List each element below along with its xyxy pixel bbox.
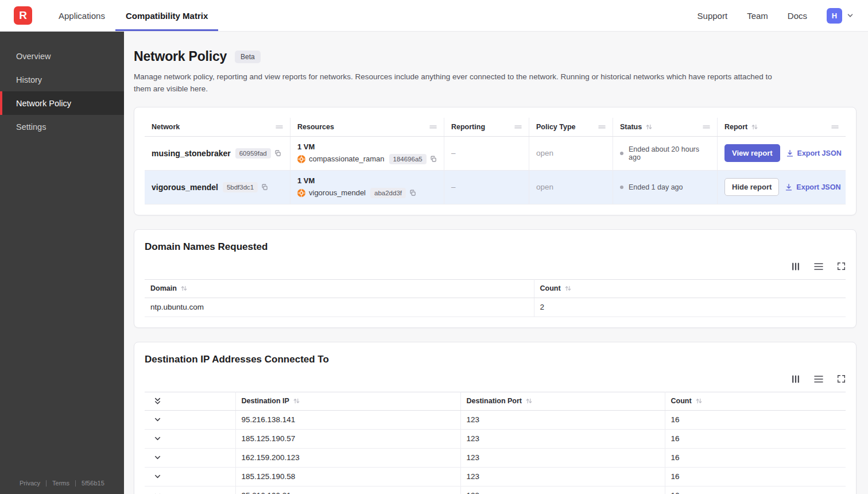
beta-badge: Beta — [235, 51, 261, 63]
expand-all-icon[interactable] — [150, 397, 230, 406]
columns-icon[interactable] — [791, 375, 800, 384]
sidebar-item-overview[interactable]: Overview — [0, 44, 124, 68]
column-label: Count — [671, 397, 692, 405]
app-logo[interactable]: R — [14, 6, 32, 25]
count-cell: 16 — [665, 448, 846, 467]
copy-icon[interactable] — [409, 190, 416, 196]
sidebar-item-network-policy[interactable]: Network Policy — [0, 91, 124, 115]
destination-ip-cell: 95.216.100.21 — [235, 486, 460, 494]
expand-icon[interactable] — [837, 262, 846, 271]
nav-link-docs[interactable]: Docs — [788, 11, 807, 21]
network-id-chip: 5bdf3dc1 — [223, 182, 258, 192]
rows-icon[interactable] — [814, 263, 823, 271]
user-menu[interactable]: H — [827, 8, 854, 24]
sort-icon — [525, 397, 533, 404]
footer-divider — [75, 480, 76, 487]
chevron-down-icon[interactable] — [846, 11, 854, 20]
domains-table: Domain Count n — [145, 279, 846, 317]
rows-icon[interactable] — [814, 375, 823, 383]
sidebar-item-history[interactable]: History — [0, 68, 124, 91]
column-handle-icon[interactable] — [831, 124, 839, 130]
export-json-button[interactable]: Export JSON — [786, 149, 842, 157]
sort-icon — [564, 285, 572, 292]
resources-cell: 1 VM vigorous_mendel aba2dd3f — [290, 171, 444, 204]
page-title: Network Policy — [134, 49, 227, 64]
network-id-chip: 60959fad — [235, 148, 271, 159]
column-header-destination-ip[interactable]: Destination IP — [235, 392, 460, 410]
column-header-reporting[interactable]: Reporting — [444, 118, 529, 136]
column-header-resources[interactable]: Resources — [290, 118, 444, 136]
count-cell: 16 — [665, 486, 846, 494]
nav-tab-label: Compatibility Matrix — [126, 11, 208, 21]
vm-resource-icon — [297, 155, 305, 163]
column-header-domain[interactable]: Domain — [145, 279, 534, 298]
column-label: Destination IP — [242, 397, 289, 405]
nav-link-team[interactable]: Team — [747, 11, 768, 21]
avatar[interactable]: H — [827, 8, 842, 24]
export-json-button[interactable]: Export JSON — [785, 183, 840, 191]
navbar-right: Support Team Docs H — [698, 0, 854, 31]
columns-icon[interactable] — [791, 262, 800, 271]
column-header-policy-type[interactable]: Policy Type — [529, 118, 613, 136]
resource-id-chip: aba2dd3f — [370, 188, 406, 198]
build-version: 5f56b15 — [82, 480, 104, 487]
row-expand-chevron-icon[interactable] — [150, 454, 230, 461]
network-name: vigorous_mendel — [152, 183, 218, 192]
resource-name: compassionate_raman — [309, 155, 385, 163]
network-name: musing_stonebraker — [152, 149, 231, 158]
column-label: Report — [724, 123, 747, 131]
download-icon — [785, 183, 793, 191]
column-handle-icon[interactable] — [276, 124, 283, 130]
terms-link[interactable]: Terms — [52, 480, 69, 487]
resource-name: vigorous_mendel — [309, 188, 366, 197]
expand-icon[interactable] — [837, 375, 846, 383]
vm-resource-icon — [297, 189, 305, 197]
destination-port-cell: 123 — [460, 486, 665, 494]
column-label: Status — [620, 123, 642, 131]
copy-icon[interactable] — [261, 184, 268, 191]
column-handle-icon[interactable] — [703, 124, 710, 130]
nav-tab-label: Applications — [59, 11, 105, 21]
policy-type-cell: open — [529, 137, 613, 170]
table-toolbar — [145, 262, 846, 271]
footer-divider — [46, 480, 46, 487]
column-header-status[interactable]: Status — [613, 118, 718, 136]
count-cell: 16 — [665, 429, 846, 448]
column-handle-icon[interactable] — [598, 124, 606, 130]
row-expand-chevron-icon[interactable] — [150, 416, 230, 423]
sort-icon — [293, 397, 300, 404]
nav-link-support[interactable]: Support — [698, 11, 728, 21]
hide-report-button[interactable]: Hide report — [724, 178, 779, 196]
resource-count: 1 VM — [297, 142, 315, 151]
row-expand-chevron-icon[interactable] — [150, 492, 230, 494]
status-cell: Ended about 20 hours ago — [613, 137, 718, 170]
column-label: Destination Port — [467, 397, 522, 405]
column-header-report[interactable]: Report — [718, 118, 846, 136]
copy-icon[interactable] — [430, 156, 437, 163]
table-toolbar — [145, 375, 846, 384]
nav-tab-applications[interactable]: Applications — [48, 0, 115, 31]
column-label: Count — [540, 284, 561, 292]
sidebar-item-settings[interactable]: Settings — [0, 115, 124, 138]
view-report-button[interactable]: View report — [724, 144, 780, 162]
networks-table-header: Network Resources Reporting Policy Type — [145, 118, 846, 137]
sidebar-footer: Privacy Terms 5f56b15 — [0, 472, 124, 494]
network-cell: vigorous_mendel 5bdf3dc1 — [145, 171, 290, 204]
row-expand-chevron-icon[interactable] — [150, 435, 230, 442]
resource-count: 1 VM — [297, 176, 315, 185]
sort-icon — [645, 124, 653, 130]
sort-icon — [180, 285, 188, 292]
column-header-destination-port[interactable]: Destination Port — [460, 392, 665, 410]
column-header-network[interactable]: Network — [145, 118, 290, 136]
row-expand-chevron-icon[interactable] — [150, 473, 230, 480]
column-handle-icon[interactable] — [429, 124, 437, 130]
column-header-count[interactable]: Count — [665, 392, 846, 410]
column-handle-icon[interactable] — [514, 124, 522, 130]
top-navbar: R Applications Compatibility Matrix Supp… — [0, 0, 868, 32]
copy-icon[interactable] — [274, 150, 281, 157]
status-text: Ended 1 day ago — [629, 183, 683, 191]
column-header-count[interactable]: Count — [534, 279, 846, 298]
privacy-link[interactable]: Privacy — [20, 480, 40, 487]
column-label: Network — [152, 123, 180, 131]
nav-tab-compatibility-matrix[interactable]: Compatibility Matrix — [115, 0, 218, 31]
